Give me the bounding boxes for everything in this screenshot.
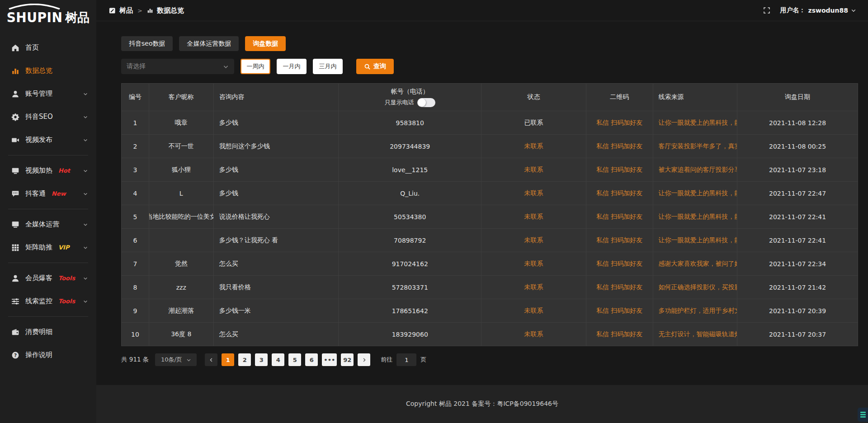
cell-qrcode-link[interactable]: 私信 扫码加好友	[586, 182, 653, 205]
sidebar-item-label: 线索监控	[25, 297, 52, 306]
cell-account: love__1215	[339, 158, 481, 181]
cell-qrcode-link[interactable]: 私信 扫码加好友	[586, 276, 653, 299]
sidebar-item-grid[interactable]: 矩阵助推VIP	[0, 236, 96, 259]
cell-account: 572803371	[339, 276, 481, 299]
cell-inquiry-date: 2021-11-07 22:41	[737, 229, 858, 252]
cell-inquiry-date: 2021-11-07 22:47	[737, 182, 858, 205]
goto-page-input[interactable]: 1	[396, 353, 416, 366]
sidebar-item-user[interactable]: 账号管理	[0, 82, 96, 105]
tab-抖音seo数据[interactable]: 抖音seo数据	[121, 36, 173, 51]
cell-qrcode-link[interactable]: 私信 扫码加好友	[586, 135, 653, 158]
cell-message: 多少钱	[214, 182, 339, 205]
chevron-down-icon	[223, 64, 229, 70]
page-button-4[interactable]: 4	[272, 353, 284, 366]
sidebar-item-gear[interactable]: 抖音SEO	[0, 105, 96, 128]
table-row: 3狐小狸多少钱love__1215未联系私信 扫码加好友被大家追着问的客厅投影分…	[122, 158, 858, 181]
prev-page-button[interactable]	[205, 353, 217, 366]
monitor-icon	[11, 167, 19, 175]
tab-全媒体运营数据[interactable]: 全媒体运营数据	[179, 36, 239, 51]
cell-qrcode-link[interactable]: 私信 扫码加好友	[586, 252, 653, 275]
sidebar-item-home[interactable]: 首页	[0, 36, 96, 59]
page-button-3[interactable]: 3	[255, 353, 268, 366]
username: zswodun88	[808, 7, 848, 14]
cell-message: 多少钱	[214, 111, 339, 134]
chevron-down-icon	[851, 8, 856, 13]
chevron-down-icon	[83, 276, 88, 281]
cell-qrcode-link[interactable]: 私信 扫码加好友	[586, 111, 653, 134]
cell-lead-source-link[interactable]: 让你一眼就爱上的黑科技，能...	[653, 111, 738, 134]
cell-qrcode-link[interactable]: 私信 扫码加好友	[586, 323, 653, 346]
sliders-icon	[11, 297, 19, 306]
sidebar-item-label: 视频发布	[25, 136, 52, 144]
page-size-select[interactable]: 10条/页	[155, 353, 197, 366]
sidebar-item-screen[interactable]: 全媒体运营	[0, 213, 96, 236]
toggle-knob	[418, 99, 426, 107]
page-button-5[interactable]: 5	[288, 353, 301, 366]
sidebar-item-monitor[interactable]: 视频加热Hot	[0, 159, 96, 182]
main-content: 抖音seo数据全媒体运营数据询盘数据 请选择 一周内一月内三月内 查询 编号客户…	[96, 22, 868, 423]
cell-status: 已联系	[481, 111, 586, 134]
tab-询盘数据[interactable]: 询盘数据	[245, 36, 286, 51]
range-button[interactable]: 三月内	[313, 59, 343, 74]
sidebar-item-label: 抖客通	[25, 189, 46, 198]
cell-lead-source-link[interactable]: 让你一眼就爱上的黑科技，能...	[653, 205, 738, 228]
phone-toggle-row: 只显示电话	[385, 98, 435, 107]
breadcrumb-root[interactable]: 树品	[119, 6, 133, 15]
cell-lead-source-link[interactable]: 多功能护栏灯，适用于乡村文...	[653, 299, 738, 322]
member-icon	[11, 274, 19, 282]
page-button-6[interactable]: 6	[305, 353, 318, 366]
cell-account: 70898792	[339, 229, 481, 252]
cell-index: 6	[122, 229, 149, 252]
filter-select[interactable]: 请选择	[121, 59, 234, 74]
cell-lead-source-link[interactable]: 让你一眼就爱上的黑科技，能...	[653, 182, 738, 205]
cell-qrcode-link[interactable]: 私信 扫码加好友	[586, 299, 653, 322]
sidebar-item-video-camera[interactable]: 视频发布	[0, 128, 96, 151]
filter-bar: 请选择 一周内一月内三月内 查询	[121, 59, 858, 74]
footer: Copyright 树品 2021 备案号：粤ICP备09019646号	[96, 385, 868, 423]
page-button-1[interactable]: 1	[222, 353, 234, 366]
cell-qrcode-link[interactable]: 私信 扫码加好友	[586, 158, 653, 181]
bar-chart-icon	[147, 7, 153, 14]
user-menu[interactable]: 用户名：zswodun88	[780, 6, 856, 14]
help-icon: ?	[11, 351, 19, 359]
cell-message: 多少钱？让我死心 看	[214, 229, 339, 252]
cell-message: 我想问这个多少钱	[214, 135, 339, 158]
page-button-2[interactable]: 2	[238, 353, 251, 366]
page-button-•••[interactable]: •••	[322, 353, 337, 366]
sidebar-item-sliders[interactable]: 线索监控Tools	[0, 290, 96, 313]
cell-lead-source-link[interactable]: 无主灯设计，智能磁吸轨道灯...	[653, 323, 738, 346]
table-body: 1哦章多少钱9583810已联系私信 扫码加好友让你一眼就爱上的黑科技，能...…	[122, 111, 858, 346]
floating-widget[interactable]	[858, 408, 868, 422]
fullscreen-icon[interactable]	[763, 7, 770, 14]
grid-icon	[11, 244, 19, 252]
cell-lead-source-link[interactable]: 被大家追着问的客厅投影分享...	[653, 158, 738, 181]
cell-lead-source-link[interactable]: 客厅安装投影半年多了，真实...	[653, 135, 738, 158]
cell-status: 未联系	[481, 229, 586, 252]
sidebar-item-bar-chart[interactable]: 数据总览	[0, 59, 96, 82]
goto-suffix: 页	[420, 356, 426, 364]
chevron-down-icon	[83, 245, 88, 250]
phone-only-toggle[interactable]	[417, 98, 435, 107]
sidebar-item-help[interactable]: ?操作说明	[0, 343, 96, 367]
cell-qrcode-link[interactable]: 私信 扫码加好友	[586, 205, 653, 228]
sidebar-item-member[interactable]: 会员爆客Tools	[0, 267, 96, 290]
range-button[interactable]: 一周内	[241, 59, 270, 74]
logo: SHUPIN 树品	[0, 4, 96, 32]
bar-chart-icon	[11, 66, 19, 75]
cell-lead-source-link[interactable]: 如何正确选择投影仪，买投影...	[653, 276, 738, 299]
cell-status: 未联系	[481, 135, 586, 158]
page-button-92[interactable]: 92	[341, 353, 354, 366]
menu-divider	[8, 155, 88, 155]
column-header: 询盘日期	[737, 84, 858, 111]
data-tabs: 抖音seo数据全媒体运营数据询盘数据	[121, 36, 858, 51]
cell-qrcode-link[interactable]: 私信 扫码加好友	[586, 229, 653, 252]
next-page-button[interactable]	[358, 353, 370, 366]
sidebar-item-chat[interactable]: 抖客通New	[0, 182, 96, 205]
cell-lead-source-link[interactable]: 感谢大家喜欢我家，被问了好...	[653, 252, 738, 275]
range-button[interactable]: 一月内	[277, 59, 307, 74]
help-icon: ?	[11, 351, 19, 359]
sidebar-item-wallet[interactable]: 消费明细	[0, 320, 96, 343]
search-button[interactable]: 查询	[356, 59, 394, 74]
cell-lead-source-link[interactable]: 让你一眼就爱上的黑科技，能...	[653, 229, 738, 252]
sidebar-item-label: 账号管理	[25, 89, 52, 98]
